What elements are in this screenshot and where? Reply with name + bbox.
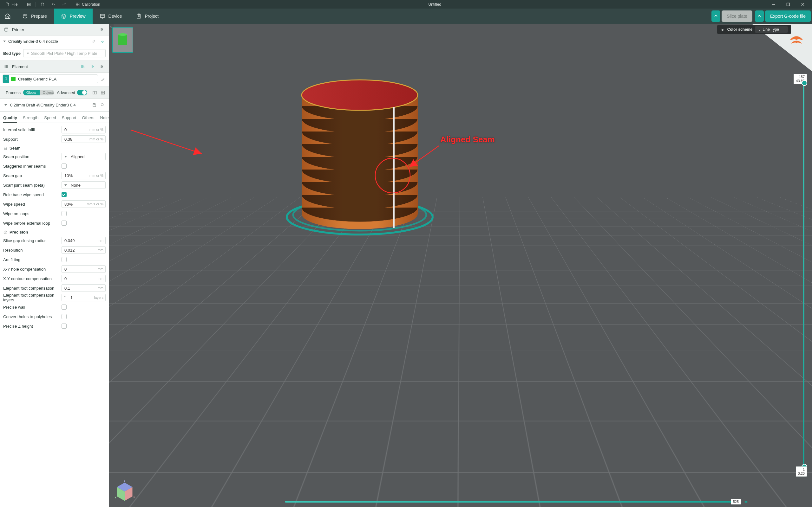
svg-text:z: z: [124, 481, 125, 482]
printer-settings-button[interactable]: [99, 26, 105, 33]
home-button[interactable]: [0, 9, 15, 24]
redo-button[interactable]: [59, 1, 69, 8]
frame-slider[interactable]: [285, 501, 736, 503]
layer-bottom-label: 10.20: [796, 466, 807, 476]
save-preset-button[interactable]: [91, 102, 97, 108]
svg-rect-3: [787, 3, 790, 6]
minimize-button[interactable]: [766, 0, 781, 9]
filament-sync-in-button[interactable]: [80, 63, 86, 70]
tab-prepare[interactable]: Prepare: [15, 9, 54, 24]
list-icon: [27, 2, 31, 7]
svg-point-22: [101, 103, 103, 106]
filament-color-swatch: [11, 77, 15, 81]
xy-contour-input[interactable]: 0mm: [61, 275, 106, 282]
wipe-before-ext-checkbox[interactable]: [61, 221, 67, 226]
printer-profile-select[interactable]: Creality Ender-3 0.4 nozzle: [0, 36, 109, 47]
axis-gizmo[interactable]: z x y: [113, 481, 136, 503]
params-scroll[interactable]: Internal solid infill 0mm or % Support 0…: [0, 123, 109, 507]
filament-item: 1 Creality Generic PLA: [0, 72, 109, 87]
compare-presets-button[interactable]: [92, 89, 97, 96]
file-icon: [5, 2, 9, 7]
tab-preview[interactable]: Preview: [54, 9, 93, 24]
staggered-inner-checkbox[interactable]: [61, 164, 67, 169]
param-wipe-speed: Wipe speed 80%mm/s or %: [3, 199, 106, 209]
param-seam-gap: Seam gap 10%mm or %: [3, 171, 106, 180]
svg-rect-19: [101, 93, 102, 94]
process-scope-toggle[interactable]: Global Objects: [23, 90, 54, 95]
scarf-joint-select[interactable]: None: [61, 181, 106, 189]
slice-gap-input[interactable]: 0.049mm: [61, 237, 106, 244]
calibration-label: Calibration: [82, 2, 100, 7]
window-title: Untitled: [103, 2, 766, 7]
undo-button[interactable]: [48, 1, 59, 8]
section-filament-label: Filament: [12, 64, 77, 69]
process-menu-button[interactable]: [100, 89, 106, 96]
advanced-toggle[interactable]: [77, 90, 87, 95]
tab-speed[interactable]: Speed: [44, 113, 56, 123]
svg-point-24: [4, 231, 7, 233]
save-button[interactable]: [37, 1, 48, 8]
tab-support[interactable]: Support: [62, 113, 77, 123]
elephant-layers-input[interactable]: ⌃1layers: [61, 294, 106, 301]
param-elephant: Elephant foot compensation 0.1mm: [3, 283, 106, 293]
wipe-speed-input[interactable]: 80%mm/s or %: [61, 200, 106, 208]
wipe-on-loops-checkbox[interactable]: [61, 211, 67, 216]
svg-point-11: [102, 43, 102, 43]
filament-select[interactable]: 1 Creality Generic PLA: [3, 74, 98, 83]
bed-type-select[interactable]: Smooth PEI Plate / High Temp Plate: [23, 49, 106, 57]
param-xy-contour: X-Y contour compensation 0mm: [3, 274, 106, 283]
filament-icon: [4, 64, 9, 69]
process-profile-select[interactable]: 0.28mm Draft @Creality Ender3 0.4: [0, 99, 109, 112]
section-printer[interactable]: Printer: [0, 24, 109, 36]
param-wipe-on-loops: Wipe on loops: [3, 209, 106, 218]
tab-strength[interactable]: Strength: [23, 113, 38, 123]
poly-holes-checkbox[interactable]: [61, 314, 67, 319]
precision-icon: [3, 230, 8, 234]
xy-hole-input[interactable]: 0mm: [61, 265, 106, 273]
viewport[interactable]: ‹› Color scheme ⌄Line Type: [109, 24, 812, 507]
section-process-label: Process: [6, 90, 20, 95]
calibration-button[interactable]: Calibration: [72, 1, 103, 8]
search-preset-button[interactable]: [99, 102, 106, 108]
tab-device[interactable]: Device: [93, 9, 129, 24]
filament-sync-out-button[interactable]: [89, 63, 96, 70]
edit-printer-button[interactable]: [90, 38, 97, 44]
redo-icon: [62, 2, 66, 7]
resolution-input[interactable]: 0.012mm: [61, 246, 106, 254]
bed-type-label: Bed type: [3, 51, 20, 56]
close-button[interactable]: [796, 0, 810, 9]
layer-slider[interactable]: [803, 83, 804, 467]
maximize-button[interactable]: [781, 0, 796, 9]
filament-name: Creality Generic PLA: [17, 77, 98, 81]
precise-wall-checkbox[interactable]: [61, 304, 67, 309]
tab-notes[interactable]: Notes: [100, 113, 109, 123]
tab-others[interactable]: Others: [82, 113, 94, 123]
precise-z-checkbox[interactable]: [61, 324, 67, 329]
role-base-wipe-checkbox[interactable]: [61, 192, 67, 197]
param-role-base-wipe: Role base wipe speed: [3, 190, 106, 199]
section-process: Process Global Objects Advanced: [0, 87, 109, 99]
chevron-down-icon: [3, 41, 6, 42]
param-poly-holes: Convert holes to polyholes: [3, 312, 106, 321]
wifi-icon[interactable]: [99, 38, 106, 44]
save-icon: [40, 2, 45, 7]
slice-button[interactable]: Slice plate: [722, 10, 752, 22]
elephant-input[interactable]: 0.1mm: [61, 284, 106, 292]
support-input[interactable]: 0.38mm or %: [61, 135, 106, 143]
arc-fitting-checkbox[interactable]: [61, 257, 67, 262]
tab-prepare-label: Prepare: [31, 14, 47, 19]
seam-position-select[interactable]: Aligned: [61, 153, 106, 160]
file-menu[interactable]: File: [2, 1, 20, 8]
filament-settings-button[interactable]: [99, 63, 105, 70]
export-dropdown[interactable]: [755, 10, 764, 22]
internal-solid-infill-input[interactable]: 0mm or %: [61, 126, 106, 133]
open-button[interactable]: [23, 1, 34, 8]
edit-filament-button[interactable]: [100, 76, 106, 82]
main-tabbar: Prepare Preview Device Project Slice pla…: [0, 9, 812, 24]
seam-gap-input[interactable]: 10%mm or %: [61, 172, 106, 179]
tab-project[interactable]: Project: [129, 9, 165, 24]
section-filament[interactable]: Filament: [0, 61, 109, 72]
export-button[interactable]: Export G-code file: [765, 10, 811, 22]
slice-dropdown[interactable]: [711, 10, 720, 22]
tab-quality[interactable]: Quality: [3, 113, 17, 123]
